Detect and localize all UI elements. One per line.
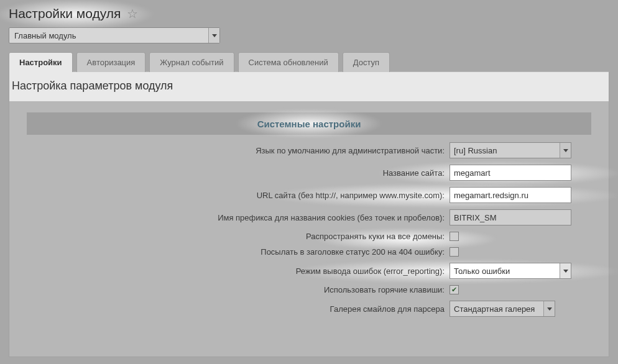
cookie-prefix-input[interactable] bbox=[450, 209, 571, 225]
admin-lang-value: [ru] Russian bbox=[454, 146, 497, 155]
hotkeys-label: Использовать горячие клавиши: bbox=[27, 285, 450, 294]
section-header: Системные настройки bbox=[27, 112, 591, 135]
chevron-down-icon bbox=[208, 28, 219, 43]
chevron-down-icon bbox=[560, 263, 571, 278]
error-reporting-value: Только ошибки bbox=[454, 266, 510, 276]
hotkeys-checkbox[interactable] bbox=[450, 285, 459, 294]
module-select-value: Главный модуль bbox=[14, 31, 76, 40]
page-title: Настройки модуля bbox=[9, 6, 121, 21]
tab-updates[interactable]: Система обновлений bbox=[238, 52, 339, 72]
smile-gallery-label: Галерея смайлов для парсера bbox=[27, 304, 450, 314]
section-header-label: Системные настройки bbox=[257, 119, 361, 129]
smile-gallery-select[interactable]: Стандартная галерея bbox=[450, 301, 555, 317]
send200on404-checkbox[interactable] bbox=[450, 247, 459, 257]
send200on404-label: Посылать в заголовке статус 200 на 404 о… bbox=[27, 247, 450, 257]
tab-access[interactable]: Доступ bbox=[343, 52, 390, 72]
spread-cookies-checkbox[interactable] bbox=[450, 232, 459, 241]
tab-event-log[interactable]: Журнал событий bbox=[149, 52, 234, 72]
favorite-star-icon[interactable]: ☆ bbox=[127, 6, 138, 21]
tabs: Настройки Авторизация Журнал событий Сис… bbox=[0, 52, 618, 72]
tab-settings[interactable]: Настройки bbox=[9, 52, 73, 72]
error-reporting-label: Режим вывода ошибок (error_reporting): bbox=[27, 266, 450, 276]
chevron-down-icon bbox=[543, 301, 555, 316]
admin-lang-select[interactable]: [ru] Russian bbox=[450, 142, 571, 158]
site-name-input[interactable] bbox=[450, 165, 571, 181]
panel-title: Настройка параметров модуля bbox=[9, 72, 609, 101]
chevron-down-icon bbox=[560, 143, 571, 158]
module-select[interactable]: Главный модуль bbox=[9, 27, 220, 43]
smile-gallery-value: Стандартная галерея bbox=[454, 304, 535, 314]
cookie-prefix-label: Имя префикса для названия cookies (без т… bbox=[27, 213, 450, 222]
admin-lang-label: Язык по умолчанию для административной ч… bbox=[27, 146, 450, 155]
site-url-label: URL сайта (без http://, например www.mys… bbox=[27, 191, 450, 200]
site-name-label: Название сайта: bbox=[27, 168, 450, 178]
spread-cookies-label: Распространять куки на все домены: bbox=[27, 232, 450, 241]
tab-auth[interactable]: Авторизация bbox=[76, 52, 146, 72]
site-url-input[interactable] bbox=[450, 187, 571, 203]
error-reporting-select[interactable]: Только ошибки bbox=[450, 263, 571, 279]
